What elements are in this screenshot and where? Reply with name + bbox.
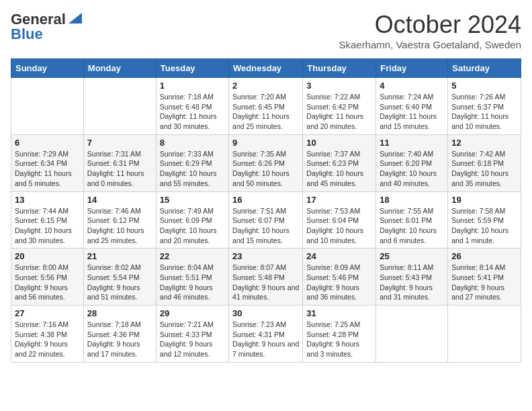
calendar-cell <box>11 78 84 135</box>
calendar-table: Sunday Monday Tuesday Wednesday Thursday… <box>11 58 521 363</box>
day-number: 9 <box>232 138 299 148</box>
day-info: Sunrise: 8:11 AMSunset: 5:43 PMDaylight:… <box>380 263 444 302</box>
day-number: 12 <box>451 138 517 148</box>
day-info: Sunrise: 8:07 AMSunset: 5:48 PMDaylight:… <box>232 263 299 302</box>
day-info: Sunrise: 7:25 AMSunset: 4:28 PMDaylight:… <box>306 320 372 359</box>
day-info: Sunrise: 8:02 AMSunset: 5:54 PMDaylight:… <box>87 263 152 302</box>
day-info: Sunrise: 7:16 AMSunset: 4:38 PMDaylight:… <box>15 320 80 359</box>
calendar-cell <box>83 78 156 135</box>
calendar-cell: 5Sunrise: 7:26 AMSunset: 6:37 PMDaylight… <box>448 78 521 135</box>
day-number: 19 <box>451 195 517 205</box>
calendar-cell: 24Sunrise: 8:09 AMSunset: 5:46 PMDayligh… <box>303 248 376 306</box>
calendar-cell: 13Sunrise: 7:44 AMSunset: 6:15 PMDayligh… <box>11 191 84 248</box>
day-info: Sunrise: 7:37 AMSunset: 6:23 PMDaylight:… <box>306 149 372 189</box>
day-info: Sunrise: 8:00 AMSunset: 5:56 PMDaylight:… <box>15 263 80 302</box>
calendar-cell <box>448 306 521 363</box>
calendar-cell: 31Sunrise: 7:25 AMSunset: 4:28 PMDayligh… <box>303 306 376 363</box>
day-info: Sunrise: 7:42 AMSunset: 6:18 PMDaylight:… <box>451 149 517 189</box>
day-info: Sunrise: 7:46 AMSunset: 6:12 PMDaylight:… <box>87 206 152 246</box>
location-subtitle: Skaerhamn, Vaestra Goetaland, Sweden <box>339 39 521 50</box>
calendar-cell: 28Sunrise: 7:18 AMSunset: 4:36 PMDayligh… <box>83 306 156 363</box>
header-tuesday: Tuesday <box>156 59 228 78</box>
day-info: Sunrise: 7:29 AMSunset: 6:34 PMDaylight:… <box>15 149 80 189</box>
logo-blue-text: Blue <box>11 26 43 43</box>
calendar-cell: 17Sunrise: 7:53 AMSunset: 6:04 PMDayligh… <box>303 191 376 248</box>
header-friday: Friday <box>376 59 448 78</box>
day-info: Sunrise: 8:14 AMSunset: 5:41 PMDaylight:… <box>451 263 517 302</box>
day-info: Sunrise: 7:35 AMSunset: 6:26 PMDaylight:… <box>232 149 299 189</box>
day-number: 5 <box>451 81 517 91</box>
calendar-cell: 23Sunrise: 8:07 AMSunset: 5:48 PMDayligh… <box>229 248 303 306</box>
day-info: Sunrise: 7:20 AMSunset: 6:45 PMDaylight:… <box>232 92 299 132</box>
day-info: Sunrise: 7:31 AMSunset: 6:31 PMDaylight:… <box>87 149 152 189</box>
day-number: 25 <box>380 251 444 261</box>
day-info: Sunrise: 7:33 AMSunset: 6:29 PMDaylight:… <box>160 149 225 189</box>
day-info: Sunrise: 7:26 AMSunset: 6:37 PMDaylight:… <box>451 92 517 132</box>
day-number: 10 <box>306 138 372 148</box>
header-wednesday: Wednesday <box>229 59 303 78</box>
calendar-cell: 25Sunrise: 8:11 AMSunset: 5:43 PMDayligh… <box>376 248 448 306</box>
header-sunday: Sunday <box>11 59 84 78</box>
day-info: Sunrise: 7:58 AMSunset: 5:59 PMDaylight:… <box>451 206 517 246</box>
calendar-cell: 9Sunrise: 7:35 AMSunset: 6:26 PMDaylight… <box>229 134 303 191</box>
calendar-week-0: 1Sunrise: 7:18 AMSunset: 6:48 PMDaylight… <box>11 78 521 135</box>
day-info: Sunrise: 7:49 AMSunset: 6:09 PMDaylight:… <box>160 206 225 246</box>
calendar-cell <box>376 306 448 363</box>
page-header: General Blue October 2024 Skaerhamn, Vae… <box>11 11 521 50</box>
day-number: 14 <box>87 195 152 205</box>
day-info: Sunrise: 8:04 AMSunset: 5:51 PMDaylight:… <box>160 263 225 302</box>
day-info: Sunrise: 7:18 AMSunset: 6:48 PMDaylight:… <box>160 92 225 132</box>
day-info: Sunrise: 7:18 AMSunset: 4:36 PMDaylight:… <box>87 320 152 359</box>
calendar-cell: 10Sunrise: 7:37 AMSunset: 6:23 PMDayligh… <box>303 134 376 191</box>
day-info: Sunrise: 8:09 AMSunset: 5:46 PMDaylight:… <box>306 263 372 302</box>
day-number: 29 <box>160 308 225 318</box>
calendar-cell: 19Sunrise: 7:58 AMSunset: 5:59 PMDayligh… <box>448 191 521 248</box>
header-saturday: Saturday <box>448 59 521 78</box>
day-number: 30 <box>232 308 299 318</box>
header-thursday: Thursday <box>303 59 376 78</box>
calendar-cell: 21Sunrise: 8:02 AMSunset: 5:54 PMDayligh… <box>83 248 156 306</box>
day-info: Sunrise: 7:51 AMSunset: 6:07 PMDaylight:… <box>232 206 299 246</box>
day-info: Sunrise: 7:44 AMSunset: 6:15 PMDaylight:… <box>15 206 80 246</box>
day-info: Sunrise: 7:40 AMSunset: 6:20 PMDaylight:… <box>380 149 444 189</box>
calendar-cell: 27Sunrise: 7:16 AMSunset: 4:38 PMDayligh… <box>11 306 84 363</box>
calendar-cell: 2Sunrise: 7:20 AMSunset: 6:45 PMDaylight… <box>229 78 303 135</box>
day-number: 20 <box>15 251 80 261</box>
day-info: Sunrise: 7:53 AMSunset: 6:04 PMDaylight:… <box>306 206 372 246</box>
day-info: Sunrise: 7:24 AMSunset: 6:40 PMDaylight:… <box>380 92 444 132</box>
day-number: 7 <box>87 138 152 148</box>
day-number: 1 <box>160 81 225 91</box>
calendar-cell: 16Sunrise: 7:51 AMSunset: 6:07 PMDayligh… <box>229 191 303 248</box>
day-number: 2 <box>232 81 299 91</box>
calendar-week-1: 6Sunrise: 7:29 AMSunset: 6:34 PMDaylight… <box>11 134 521 191</box>
logo-icon <box>69 13 82 24</box>
day-number: 13 <box>15 195 80 205</box>
svg-marker-0 <box>69 13 82 24</box>
calendar-week-2: 13Sunrise: 7:44 AMSunset: 6:15 PMDayligh… <box>11 191 521 248</box>
day-number: 23 <box>232 251 299 261</box>
logo: General Blue <box>11 11 82 43</box>
calendar-cell: 30Sunrise: 7:23 AMSunset: 4:31 PMDayligh… <box>229 306 303 363</box>
day-info: Sunrise: 7:55 AMSunset: 6:01 PMDaylight:… <box>380 206 444 246</box>
day-number: 31 <box>306 308 372 318</box>
calendar-cell: 15Sunrise: 7:49 AMSunset: 6:09 PMDayligh… <box>156 191 228 248</box>
day-number: 27 <box>15 308 80 318</box>
calendar-cell: 29Sunrise: 7:21 AMSunset: 4:33 PMDayligh… <box>156 306 228 363</box>
day-info: Sunrise: 7:22 AMSunset: 6:42 PMDaylight:… <box>306 92 372 132</box>
day-number: 8 <box>160 138 225 148</box>
calendar-cell: 18Sunrise: 7:55 AMSunset: 6:01 PMDayligh… <box>376 191 448 248</box>
calendar-cell: 7Sunrise: 7:31 AMSunset: 6:31 PMDaylight… <box>83 134 156 191</box>
calendar-cell: 20Sunrise: 8:00 AMSunset: 5:56 PMDayligh… <box>11 248 84 306</box>
calendar-cell: 26Sunrise: 8:14 AMSunset: 5:41 PMDayligh… <box>448 248 521 306</box>
day-number: 11 <box>380 138 444 148</box>
day-number: 6 <box>15 138 80 148</box>
calendar-cell: 3Sunrise: 7:22 AMSunset: 6:42 PMDaylight… <box>303 78 376 135</box>
calendar-cell: 1Sunrise: 7:18 AMSunset: 6:48 PMDaylight… <box>156 78 228 135</box>
day-number: 17 <box>306 195 372 205</box>
day-number: 16 <box>232 195 299 205</box>
title-block: October 2024 Skaerhamn, Vaestra Goetalan… <box>339 11 521 50</box>
day-number: 21 <box>87 251 152 261</box>
day-number: 4 <box>380 81 444 91</box>
day-number: 24 <box>306 251 372 261</box>
calendar-cell: 6Sunrise: 7:29 AMSunset: 6:34 PMDaylight… <box>11 134 84 191</box>
